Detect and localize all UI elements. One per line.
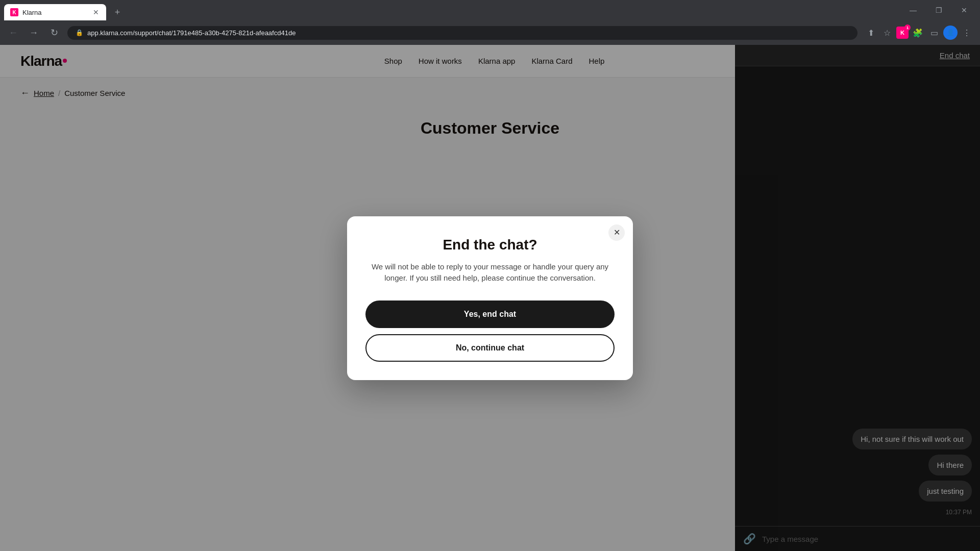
address-text: app.klarna.com/support/chat/1791e485-a30… [87, 29, 296, 37]
window-controls: — ❐ ✕ [901, 0, 980, 20]
reload-button[interactable]: ↻ [47, 26, 61, 40]
end-chat-modal: ✕ End the chat? We will not be able to r… [347, 216, 633, 380]
lock-icon: 🔒 [76, 29, 83, 36]
bookmark-button[interactable]: ☆ [880, 26, 894, 40]
browser-actions: ⬆ ☆ K 1 🧩 ▭ 👤 ⋮ [864, 26, 974, 40]
back-button[interactable]: ← [6, 26, 20, 40]
profile-button[interactable]: 👤 [943, 26, 958, 40]
browser-chrome: K Klarna ✕ + — ❐ ✕ ← → ↻ 🔒 app.klarna.co… [0, 0, 980, 45]
extensions-button[interactable]: 🧩 [911, 26, 925, 40]
klarna-extension-icon[interactable]: K 1 [896, 27, 909, 39]
sidebar-button[interactable]: ▭ [927, 26, 941, 40]
minimize-button[interactable]: — [901, 2, 925, 18]
modal-description: We will not be able to reply to your mes… [365, 261, 615, 284]
confirm-end-chat-button[interactable]: Yes, end chat [365, 300, 615, 328]
tab-close-button[interactable]: ✕ [92, 8, 100, 16]
extension-badge: 1 [904, 24, 911, 31]
cancel-end-chat-button[interactable]: No, continue chat [365, 334, 615, 362]
maximize-button[interactable]: ❐ [927, 2, 950, 18]
modal-overlay: ✕ End the chat? We will not be able to r… [0, 45, 980, 551]
close-window-button[interactable]: ✕ [952, 2, 976, 18]
modal-title: End the chat? [365, 237, 615, 253]
modal-close-button[interactable]: ✕ [608, 224, 625, 241]
forward-button[interactable]: → [27, 26, 41, 40]
menu-button[interactable]: ⋮ [960, 26, 974, 40]
tab-favicon: K [10, 8, 18, 16]
address-bar-row: ← → ↻ 🔒 app.klarna.com/support/chat/1791… [0, 20, 980, 45]
active-tab[interactable]: K Klarna ✕ [4, 4, 106, 20]
tab-bar: K Klarna ✕ + — ❐ ✕ [0, 0, 980, 20]
share-button[interactable]: ⬆ [864, 26, 878, 40]
address-bar[interactable]: 🔒 app.klarna.com/support/chat/1791e485-a… [67, 26, 857, 40]
tab-title: Klarna [22, 9, 88, 16]
new-tab-button[interactable]: + [110, 5, 125, 19]
